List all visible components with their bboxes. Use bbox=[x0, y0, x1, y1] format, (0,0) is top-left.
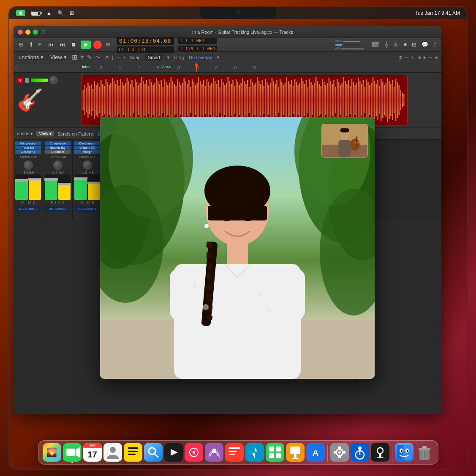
m-btn-3[interactable]: M bbox=[87, 201, 90, 204]
metronome-btn[interactable]: ⊛ bbox=[17, 41, 25, 49]
svg-rect-166 bbox=[353, 82, 354, 118]
fader-track-2b[interactable] bbox=[58, 174, 71, 200]
share-btn[interactable]: ⤴ bbox=[432, 41, 438, 49]
list-icon[interactable]: ≡ bbox=[81, 54, 84, 60]
grid-btn[interactable]: ⊞ bbox=[410, 41, 418, 49]
cursor-icon[interactable]: ↗ bbox=[104, 54, 109, 60]
fader-handle-3b[interactable] bbox=[87, 182, 101, 184]
pan-knob-3[interactable] bbox=[83, 160, 92, 170]
snap-value[interactable]: Smart bbox=[145, 54, 163, 60]
dock-icon-finder[interactable] bbox=[144, 443, 163, 462]
plus-btn[interactable]: + bbox=[123, 54, 127, 60]
score-btn[interactable]: 𝄞 bbox=[383, 41, 390, 49]
dock-icon-calendar[interactable]: JAN 17 bbox=[83, 443, 102, 462]
fader-handle-1b[interactable] bbox=[28, 178, 42, 180]
fader-group-1 bbox=[15, 174, 41, 200]
minimize-button[interactable] bbox=[25, 30, 30, 35]
dock-icon-screenrecord[interactable] bbox=[371, 443, 389, 462]
plugin-compressor-3[interactable]: Compressor bbox=[74, 141, 100, 145]
s-btn-3[interactable]: S bbox=[92, 201, 94, 204]
plugin-compressor-2[interactable]: Compressor bbox=[45, 141, 71, 145]
dock-icon-accessibility[interactable] bbox=[351, 443, 369, 462]
plugin-multipr-3[interactable]: Multipr bbox=[74, 150, 100, 154]
r-btn-3[interactable]: R bbox=[80, 201, 83, 204]
dock-icon-notes[interactable] bbox=[124, 443, 142, 462]
fader-track-1b[interactable] bbox=[29, 174, 41, 200]
alert-btn[interactable]: ⚠ bbox=[392, 41, 400, 49]
view-toggle[interactable]: View ▾ bbox=[36, 131, 54, 136]
svg-rect-31 bbox=[133, 87, 134, 113]
routing-3: Stereo Out bbox=[74, 155, 100, 159]
m-btn-2[interactable]: M bbox=[58, 201, 61, 204]
i-btn-3[interactable]: I bbox=[84, 201, 85, 204]
minus-btn[interactable]: − bbox=[117, 54, 120, 60]
dock-icon-keynote[interactable] bbox=[286, 443, 305, 462]
pencil-icon[interactable]: ✎ bbox=[87, 54, 92, 60]
pip-video[interactable] bbox=[321, 124, 368, 158]
facetime-menubar-icon[interactable] bbox=[16, 10, 25, 16]
drag-value[interactable]: No Overlap bbox=[189, 55, 212, 60]
plugin-graphiceq-3[interactable]: Graphic EQ bbox=[74, 146, 100, 150]
fader-track-1a[interactable] bbox=[15, 174, 28, 200]
m-btn-1[interactable]: M bbox=[28, 201, 31, 204]
plugin-deesser-1[interactable]: DeEsser 2 bbox=[15, 150, 41, 154]
dock-icon-contacts[interactable] bbox=[103, 443, 122, 462]
cycle-btn[interactable]: ⟳ bbox=[104, 41, 112, 49]
accessibility-icon-svg bbox=[351, 443, 369, 462]
fader-handle-2b[interactable] bbox=[58, 183, 71, 185]
dock-icon-facetime[interactable] bbox=[63, 443, 82, 462]
dock-icon-podcasts[interactable] bbox=[205, 443, 223, 462]
grid-icon[interactable]: ⊞ bbox=[72, 53, 77, 61]
functions-menu[interactable]: unctions ▾ bbox=[17, 53, 45, 61]
input-monitor-btn[interactable]: I bbox=[25, 78, 30, 83]
plugin-graphiceq-2[interactable]: Graphic EQ bbox=[45, 146, 71, 150]
rewind-btn[interactable]: ⏮ bbox=[46, 41, 55, 49]
pan-knob-1[interactable] bbox=[24, 160, 33, 170]
fader-track-3b[interactable] bbox=[88, 174, 101, 200]
dock-icon-sysprefs[interactable] bbox=[330, 443, 349, 462]
list-btn[interactable]: ≡ bbox=[402, 41, 408, 49]
close-button[interactable] bbox=[18, 30, 23, 35]
tuner-btn[interactable]: 𝄇 bbox=[27, 41, 33, 49]
dock-icon-music[interactable] bbox=[185, 443, 203, 462]
plugin-expander-2[interactable]: Expander bbox=[45, 150, 71, 154]
svg-rect-36 bbox=[141, 77, 142, 123]
options-label[interactable]: otions ▾ bbox=[17, 131, 33, 136]
forward-btn[interactable]: ⏭ bbox=[58, 41, 67, 49]
dock-icon-appstore[interactable]: A bbox=[306, 443, 325, 462]
dock-icon-news[interactable] bbox=[225, 443, 244, 462]
r-btn-1[interactable]: R bbox=[21, 201, 24, 204]
fader-track-3a[interactable] bbox=[74, 174, 87, 200]
s-btn-1[interactable]: S bbox=[33, 201, 35, 204]
search-menubar[interactable]: 🔍 bbox=[57, 10, 64, 16]
svg-rect-43 bbox=[152, 85, 154, 115]
r-btn-2[interactable]: R bbox=[51, 201, 53, 204]
fader-handle-2a[interactable] bbox=[44, 178, 58, 181]
pan-knob-2[interactable] bbox=[53, 160, 63, 170]
dock-icon-photos[interactable]: 🌄 bbox=[43, 443, 61, 462]
plugin-tubeeq-1[interactable]: Tube EQ bbox=[15, 146, 41, 150]
fader-handle-3a[interactable] bbox=[74, 177, 87, 180]
i-btn-2[interactable]: I bbox=[55, 201, 56, 204]
fader-track-2a[interactable] bbox=[45, 174, 57, 200]
dock-icon-shortcuts[interactable] bbox=[245, 443, 264, 462]
dock-icon-finder-face[interactable] bbox=[395, 443, 413, 462]
s-btn-2[interactable]: S bbox=[62, 201, 64, 204]
plugin-compressor-1[interactable]: Compressor bbox=[15, 141, 41, 145]
wave-icon[interactable]: 〜 bbox=[95, 54, 101, 61]
dock-icon-numbers[interactable] bbox=[266, 443, 284, 462]
chat-btn[interactable]: 💬 bbox=[420, 41, 430, 49]
fader-handle-1a[interactable] bbox=[15, 179, 28, 182]
track-volume-knob[interactable] bbox=[49, 76, 58, 84]
i-btn-1[interactable]: I bbox=[25, 201, 26, 204]
keyboard-btn[interactable]: ⌨ bbox=[370, 41, 381, 49]
stop-btn[interactable]: ⏹ bbox=[69, 41, 78, 49]
play-button[interactable] bbox=[81, 41, 91, 49]
record-arm-btn[interactable]: R bbox=[17, 78, 23, 83]
dock-icon-trash[interactable] bbox=[415, 443, 434, 462]
record-button[interactable] bbox=[93, 41, 102, 49]
dock-icon-appletv[interactable] bbox=[164, 443, 183, 462]
scissors-btn[interactable]: ✂ bbox=[36, 41, 44, 49]
zoom-button[interactable] bbox=[33, 30, 38, 35]
view-menu[interactable]: View ▾ bbox=[49, 53, 68, 61]
